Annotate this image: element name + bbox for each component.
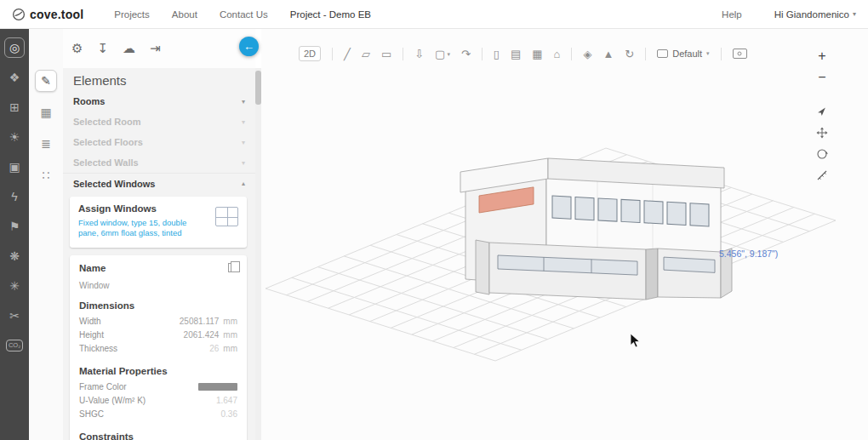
main-nav: Projects About Contact Us Project - Demo… [114,9,371,20]
window-type-link[interactable]: Fixed window, type 15, double pane, 6mm … [78,218,206,239]
materials-dots-icon: ∷ [43,169,50,182]
window-tool-icon[interactable]: ▦ [532,49,542,60]
rail-hvac[interactable]: ❋ [4,246,25,266]
layers-list-icon: ≣ [41,137,51,151]
panel-title: Elements [63,68,255,91]
floors-hatch-icon: ▦ [40,106,51,119]
module-rail: ◎ ❖ ⊞ ☀ ▣ ϟ ⚑ ❋ ✳ ✂ CO₂ [0,29,29,440]
2d-view-button[interactable]: 2D [299,46,321,61]
tab-layers[interactable]: ≣ [35,133,57,155]
frame-color-swatch[interactable] [198,383,237,391]
measure-tool-icon[interactable] [815,169,829,182]
zoom-out-button[interactable]: − [818,71,825,84]
co2-badge-icon: CO₂ [6,340,23,351]
section-label: Selected Walls [73,157,139,168]
panel-toolbar: ⚙ ↧ ☁ ⇥ [63,29,255,68]
tab-floors[interactable]: ▦ [35,101,57,123]
section-selected-windows[interactable]: Selected Windows ▴ [63,173,255,193]
rail-massing[interactable]: ❖ [4,67,25,88]
3d-scene-canvas[interactable] [261,29,868,440]
width-row: Width 25081.117mm [79,315,237,329]
help-link[interactable]: Help [722,9,742,20]
rail-daylight[interactable]: ✳ [4,276,25,296]
width-value[interactable]: 25081.117 [180,317,220,326]
section-selected-floors[interactable]: Selected Floors ▾ [63,132,255,152]
massing-cube-icon: ❖ [9,71,20,83]
section-rooms[interactable]: Rooms ▾ [63,91,255,111]
orbit-tool-icon[interactable] [815,147,829,161]
settings-gear-icon[interactable]: ⚙ [71,41,83,56]
view-preset-dropdown[interactable]: Default ▾ [657,49,709,59]
drawing-file-icon: ✎ [41,74,51,88]
chevron-up-icon: ▴ [242,180,245,187]
window-grid-icon[interactable] [215,207,238,226]
rail-carbon[interactable]: CO₂ [4,335,25,356]
roof-tool-icon[interactable]: ⌂ [554,49,561,60]
eraser-tool-icon[interactable]: ◈ [583,49,591,60]
chevron-down-icon: ▾ [242,139,245,146]
rail-energy[interactable]: ϟ [4,186,25,207]
scrollbar-thumb[interactable] [255,71,261,105]
polygon-tool-icon[interactable]: ▱ [362,49,370,60]
section-label: Selected Room [73,117,140,127]
arc-tool-icon[interactable]: ↷ [461,49,471,60]
shapes-dropdown[interactable]: ▢ ▾ [435,49,450,60]
pan-tool-icon[interactable] [815,126,829,140]
rectangle-tool-icon[interactable]: ▭ [381,49,391,60]
rail-sun-study[interactable]: ☀ [4,127,25,147]
height-value[interactable]: 2061.424 [184,330,220,340]
tab-drawing[interactable]: ✎ [35,70,57,92]
zoom-in-button[interactable]: + [818,49,825,63]
rail-facade[interactable]: ▣ [4,157,25,177]
line-tool-icon[interactable]: ╱ [344,49,351,60]
rail-location[interactable]: ◎ [4,37,25,58]
copy-icon[interactable] [228,263,236,272]
rail-optimization[interactable]: ✂ [4,306,25,326]
toolbar-divider [332,48,333,60]
extrude-tool-icon[interactable]: ⇩ [414,49,424,60]
nav-project-name[interactable]: Project - Demo EB [290,9,371,20]
download-icon[interactable]: ↧ [97,41,108,56]
chevron-down-icon: ▾ [242,118,245,126]
toolbar-divider [403,48,403,60]
flag-icon: ⚑ [9,220,20,232]
view-box-icon [657,49,668,58]
toolbar-divider [721,48,722,60]
topbar: cove.tool Projects About Contact Us Proj… [0,0,868,29]
user-menu[interactable]: Hi Giandomenico ▾ [774,9,856,20]
nav-about[interactable]: About [172,9,197,20]
height-row: Height 2061.424mm [79,329,237,342]
cloud-upload-icon[interactable]: ☁ [123,41,135,56]
column-tool-icon[interactable]: ▯ [494,49,500,60]
collapse-panel-button[interactable]: ← [239,37,259,56]
orbit-tool-icon[interactable]: ↻ [625,49,634,60]
section-selected-room[interactable]: Selected Room ▾ [63,111,255,132]
nav-projects[interactable]: Projects [114,9,150,20]
wall-tool-icon[interactable]: ▤ [511,49,521,60]
topbar-right: Help Hi Giandomenico ▾ [722,9,856,20]
terrain-tool-icon[interactable]: ▲ [602,49,614,60]
logo[interactable]: cove.tool [12,8,83,21]
rail-systems[interactable]: ⊞ [4,97,25,117]
nav-contact-us[interactable]: Contact Us [220,9,268,20]
export-icon[interactable]: ⇥ [150,41,161,56]
location-pin-icon: ◎ [9,42,20,54]
toolbar-divider [645,48,646,60]
viewport-3d[interactable]: 2D ╱ ▱ ▭ ⇩ ▢ ▾ ↷ ▯ ▤ ▦ ⌂ ◈ ▲ ↻ Default [261,29,868,440]
u-value: 1.647 [216,396,237,405]
section-selected-walls[interactable]: Selected Walls ▾ [63,152,255,173]
properties-card: Name Window Dimensions Width 25081.117mm… [70,255,247,440]
fan-icon: ❋ [9,250,20,262]
compass-arrow-icon[interactable] [815,105,829,118]
chevron-down-icon: ▾ [242,98,245,106]
shgc-value: 0.36 [221,409,237,419]
chevron-down-icon: ▾ [447,51,450,57]
toolbar-divider [482,48,483,60]
material-properties-title: Material Properties [79,366,237,376]
tab-materials[interactable]: ∷ [35,164,57,186]
rail-benchmark[interactable]: ⚑ [4,216,25,237]
assign-windows-title: Assign Windows [78,203,206,214]
camera-capture-icon[interactable] [733,49,747,59]
panel-scrollbar[interactable] [255,68,261,440]
daylight-icon: ✳ [9,280,20,292]
